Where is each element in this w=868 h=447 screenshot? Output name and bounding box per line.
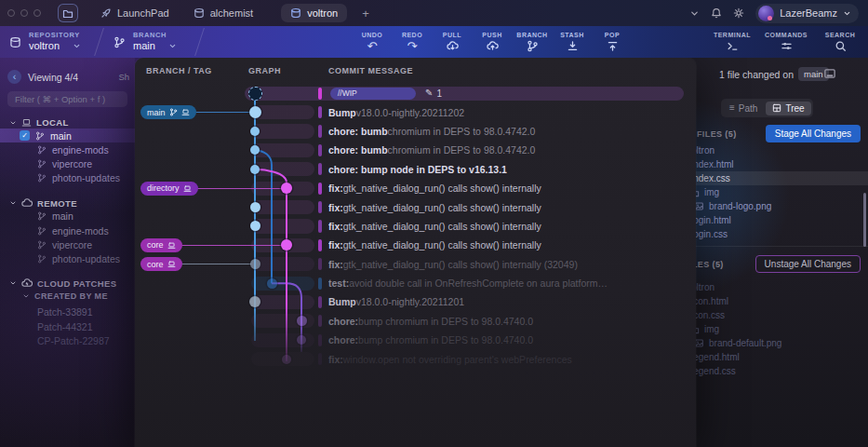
unstage-all-button[interactable]: Unstage All Changes: [755, 255, 861, 273]
sidebar-remote-branch-photon-updates[interactable]: photon-updates: [0, 251, 135, 265]
stage-all-button[interactable]: Stage All Changes: [766, 125, 861, 142]
toolbar-button-pop[interactable]: POP: [594, 26, 630, 58]
commit-node[interactable]: [250, 202, 260, 212]
sidebar-remote-branch-vipercore[interactable]: vipercore: [0, 237, 135, 251]
toolbar-button-push[interactable]: PUSH: [474, 26, 510, 58]
commit-row[interactable]: chore: bump node in DEPS to v16.13.1: [135, 160, 696, 179]
commit-node[interactable]: [250, 221, 260, 231]
sidebar-remote-branch-main[interactable]: main: [0, 210, 135, 224]
branch-name: vipercore: [52, 158, 92, 169]
sidebar-remote-branch-engine-mods[interactable]: engine-mods: [0, 224, 135, 237]
redo-icon: ↷: [407, 40, 418, 52]
window-close-button[interactable]: [7, 9, 15, 17]
toolbar-button-pull[interactable]: PULL: [434, 26, 470, 58]
open-repo-button[interactable]: [58, 4, 78, 22]
view-toggle-path[interactable]: ≡Path: [723, 102, 764, 115]
commit-row[interactable]: test: avoid double call in OnRefreshComp…: [135, 274, 696, 292]
commit-message-rest: bump chromium in DEPS to 98.0.4740.0: [358, 316, 533, 327]
commit-row[interactable]: fix: gtk_native_dialog_run() calls show(…: [135, 217, 696, 236]
cloud-patches-header[interactable]: CLOUD PATCHES: [0, 278, 135, 290]
commit-row[interactable]: corefix: gtk_native_dialog_run() calls s…: [135, 255, 696, 274]
notifications-bell-icon[interactable]: [711, 7, 722, 19]
row-tick: [318, 220, 322, 232]
branch-label-text: main: [147, 108, 166, 117]
show-more-link[interactable]: Sh: [118, 72, 129, 82]
checkbox-checked-icon[interactable]: ✓: [20, 130, 30, 141]
repository-selector[interactable]: REPOSITORY voltron: [9, 26, 81, 58]
sidebar-patch-item[interactable]: Patch-44321: [0, 319, 135, 334]
remote-section-header[interactable]: REMOTE: [0, 197, 135, 210]
commit-row[interactable]: chore: bumb chromium in DEPS to 98.0.474…: [135, 122, 696, 141]
commit-row[interactable]: directoryfix: gtk_native_dialog_run() ca…: [135, 179, 696, 197]
new-tab-button[interactable]: +: [356, 7, 375, 20]
view-toggle: ≡PathTree: [721, 99, 813, 117]
chevron-down-icon[interactable]: [689, 8, 700, 19]
commit-node[interactable]: [250, 127, 260, 136]
toolbar-button-stash[interactable]: STASH: [554, 26, 590, 58]
branch-icon: [37, 145, 47, 155]
account-menu[interactable]: LazerBeamz: [755, 4, 859, 23]
commit-node[interactable]: [282, 355, 291, 364]
sidebar-branch-main[interactable]: ✓main: [0, 129, 135, 142]
commit-row[interactable]: Bump v18.0.0-nightly.20211201: [135, 292, 696, 311]
tab-alchemist[interactable]: alchemist: [184, 4, 262, 22]
column-header-branch-tag: BRANCH / TAG: [146, 66, 212, 75]
file-name: legend.html: [691, 352, 740, 362]
wip-pill[interactable]: //WIP: [330, 88, 416, 100]
sidebar-branch-vipercore[interactable]: vipercore: [0, 156, 135, 170]
commit-node[interactable]: [248, 87, 262, 101]
commit-row[interactable]: chore: bump chromium in DEPS to 98.0.474…: [135, 312, 696, 331]
commit-row[interactable]: chore: bumb chromium in DEPS to 98.0.474…: [135, 141, 696, 159]
sidebar-patch-item[interactable]: Patch-33891: [0, 305, 135, 320]
sidebar-branch-engine-mods[interactable]: engine-mods: [0, 142, 135, 156]
file-name: login.css: [691, 229, 728, 239]
toolbar: REPOSITORY voltron BRANCH main UNDO↶REDO…: [0, 26, 868, 58]
branch-selector[interactable]: BRANCH main: [114, 26, 177, 58]
panel-layout-icon[interactable]: [823, 67, 836, 80]
hamburger-icon: ≡: [729, 103, 735, 113]
toggle-label: Path: [739, 103, 758, 114]
commit-message: chore: bump node in DEPS to v16.13.1: [328, 160, 690, 179]
branch-label-core[interactable]: core: [140, 257, 182, 271]
window-minimize-button[interactable]: [20, 9, 28, 17]
settings-gear-icon[interactable]: [733, 7, 744, 19]
row-tick: [318, 278, 322, 290]
toolbar-button-redo[interactable]: REDO↷: [394, 26, 430, 58]
window-zoom-button[interactable]: [33, 9, 41, 17]
commit-node[interactable]: [297, 316, 307, 326]
commit-row[interactable]: //WIP✎1: [135, 84, 696, 102]
branch-label-main[interactable]: main: [140, 105, 196, 119]
toolbar-button-undo[interactable]: UNDO↶: [354, 26, 390, 58]
toolbar-button-search[interactable]: SEARCH: [818, 26, 862, 58]
commit-message-rest: v18.0.0-nightly.20211201: [356, 296, 464, 307]
toolbar-button-commands[interactable]: COMMANDS: [764, 26, 808, 58]
branch-label-text: core: [147, 260, 164, 269]
toolbar-button-label: REDO: [402, 32, 422, 38]
commit-node[interactable]: [250, 165, 260, 174]
commit-row[interactable]: chore: bump chromium in DEPS to 98.0.474…: [135, 331, 696, 349]
commit-node[interactable]: [250, 259, 260, 269]
branch-filter-input[interactable]: [7, 91, 127, 107]
scrollbar-thumb[interactable]: [863, 193, 866, 247]
commit-node[interactable]: [267, 278, 277, 289]
commit-node[interactable]: [249, 106, 261, 118]
commit-row[interactable]: mainBump v18.0.0-nightly.20211202: [135, 102, 696, 121]
local-section-header[interactable]: LOCAL: [0, 116, 135, 129]
row-highlight: [251, 124, 314, 138]
toolbar-button-terminal[interactable]: TERMINAL: [710, 26, 754, 58]
commit-message-rest: avoid double call in OnRefreshComplete o…: [349, 278, 608, 289]
view-toggle-tree[interactable]: Tree: [766, 102, 810, 115]
created-by-me-header[interactable]: CREATED BY ME: [0, 290, 135, 303]
commit-row[interactable]: fix: gtk_native_dialog_run() calls show(…: [135, 197, 696, 216]
tab-voltron[interactable]: voltron: [281, 4, 347, 22]
sidebar-branch-photon-updates[interactable]: photon-updates: [0, 171, 135, 185]
tab-launchpad[interactable]: LaunchPad: [91, 4, 179, 22]
row-tick: [318, 144, 322, 156]
branch-label-directory[interactable]: directory: [140, 182, 198, 196]
commit-row[interactable]: fix: window.open not overriding parent's…: [135, 349, 696, 368]
sidebar-patch-item[interactable]: CP-Patch-22987: [0, 334, 135, 349]
back-icon[interactable]: ‹: [7, 70, 21, 84]
toolbar-button-branch[interactable]: BRANCH: [514, 26, 550, 58]
commit-row[interactable]: corefix: gtk_native_dialog_run() calls s…: [135, 236, 696, 254]
branch-label-core[interactable]: core: [140, 238, 182, 252]
